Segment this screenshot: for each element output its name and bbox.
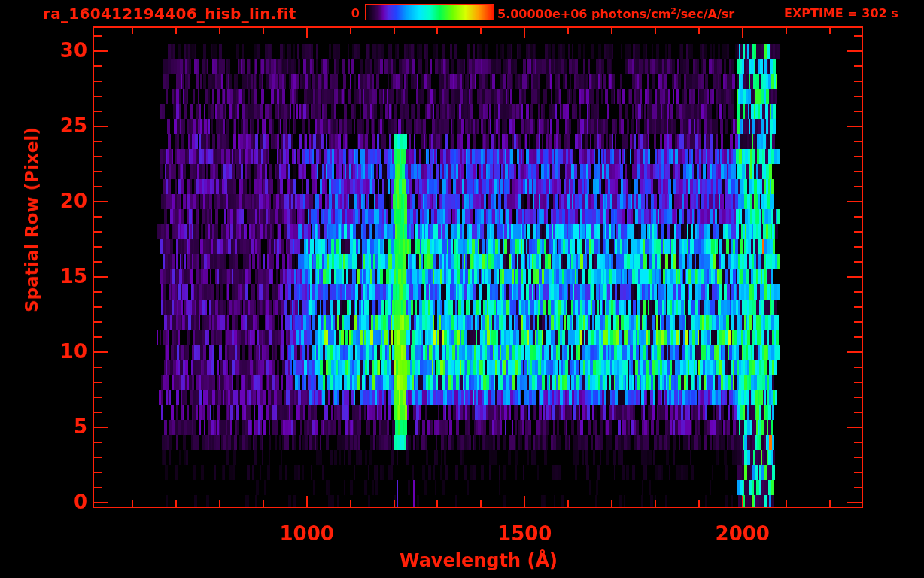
y-tick-label: 0 — [23, 491, 87, 513]
colorbar-max-label: 5.00000e+06 photons/cm2/sec/A/sr — [497, 6, 734, 21]
y-tick-label: 5 — [23, 415, 87, 438]
x-tick-label: 1000 — [280, 522, 334, 545]
colorbar-max-superscript: 2 — [670, 6, 676, 16]
colorbar-min-label: 0 — [337, 6, 360, 20]
colorbar-max-value: 5.00000e+06 photons/cm — [497, 7, 670, 21]
y-tick-label: 15 — [23, 265, 87, 287]
spectral-heatmap-canvas — [0, 0, 924, 578]
x-tick-label: 1500 — [497, 522, 552, 545]
x-axis-label: Wavelength (Å) — [400, 550, 558, 571]
y-tick-label: 25 — [23, 114, 87, 137]
colorbar-max-units: /sec/A/sr — [676, 7, 734, 21]
x-tick-label: 2000 — [716, 522, 770, 545]
exptime-label: EXPTIME = 302 s — [784, 6, 898, 20]
y-tick-label: 10 — [23, 340, 87, 363]
y-tick-label: 30 — [23, 39, 87, 62]
file-title: ra_160412194406_hisb_lin.fit — [43, 5, 296, 23]
y-tick-label: 20 — [23, 190, 87, 212]
spectral-image-viewer: ra_160412194406_hisb_lin.fit 0 5.00000e+… — [0, 0, 924, 578]
colorbar-gradient — [365, 4, 494, 20]
